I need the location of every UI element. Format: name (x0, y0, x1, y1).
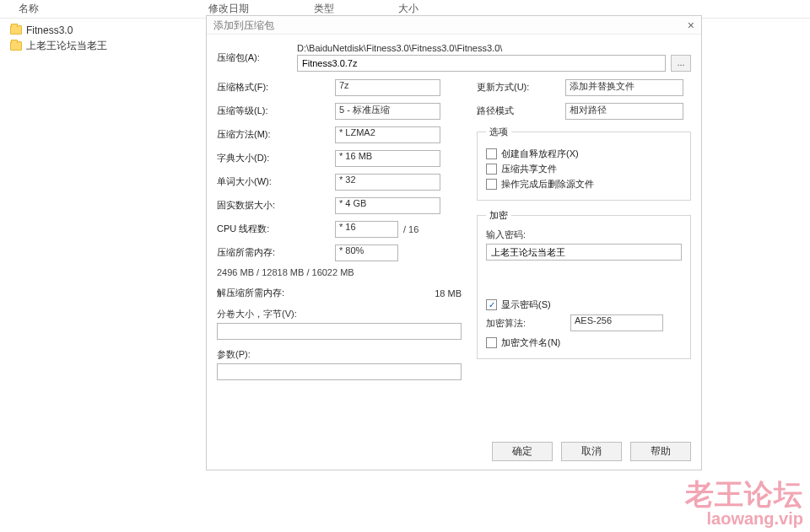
mem-pct-select[interactable]: * 80% (335, 245, 398, 261)
solid-label: 固实数据大小: (217, 199, 335, 212)
enc-method-select[interactable]: AES-256 (570, 314, 663, 331)
col-type[interactable]: 类型 (307, 2, 392, 16)
params-input[interactable] (217, 363, 462, 380)
threads-select[interactable]: * 16 (335, 221, 398, 238)
archive-name-input[interactable] (297, 55, 666, 72)
options-fieldset: 选项 创建自释放程序(X) 压缩共享文件 操作完成后删除源文件 (477, 126, 691, 201)
show-password-checkbox[interactable]: ✓ (486, 299, 497, 310)
delete-checkbox[interactable] (486, 179, 497, 190)
password-input[interactable] (486, 244, 682, 261)
update-label: 更新方式(U): (477, 81, 565, 94)
shared-checkbox[interactable] (486, 164, 497, 175)
solid-select[interactable]: * 4 GB (335, 197, 440, 214)
encrypt-names-label: 加密文件名(N) (501, 336, 560, 349)
tree-item-label: 上老王论坛当老王 (26, 39, 107, 53)
word-label: 单词大小(W): (217, 175, 335, 188)
archive-label: 压缩包(A): (217, 51, 297, 64)
browse-button[interactable]: ... (671, 55, 691, 72)
pathmode-select[interactable]: 相对路径 (565, 103, 683, 120)
archive-path-text: D:\BaiduNetdisk\Fitness3.0\Fitness3.0\Fi… (297, 43, 691, 53)
format-select[interactable]: 7z (335, 79, 440, 96)
threads-label: CPU 线程数: (217, 223, 335, 235)
level-select[interactable]: 5 - 标准压缩 (335, 103, 440, 120)
sfx-checkbox[interactable] (486, 148, 497, 159)
pathmode-label: 路径模式 (477, 105, 565, 117)
encryption-legend: 加密 (486, 209, 511, 222)
show-password-label: 显示密码(S) (501, 298, 551, 311)
mem-compress-label: 压缩所需内存: (217, 246, 335, 259)
options-legend: 选项 (486, 126, 511, 138)
col-name[interactable]: 名称 (12, 2, 202, 16)
dict-label: 字典大小(D): (217, 152, 335, 164)
ok-button[interactable]: 确定 (492, 442, 553, 461)
sfx-label: 创建自释放程序(X) (501, 148, 579, 160)
col-size[interactable]: 大小 (392, 2, 459, 16)
threads-total: / 16 (403, 224, 418, 234)
help-button[interactable]: 帮助 (630, 442, 691, 461)
dialog-titlebar: 添加到压缩包 × (207, 16, 701, 35)
word-select[interactable]: * 32 (335, 174, 440, 191)
password-label: 输入密码: (486, 228, 682, 241)
watermark: 老王论坛 laowang.vip (685, 476, 803, 529)
update-select[interactable]: 添加并替换文件 (565, 79, 683, 96)
params-label: 参数(P): (217, 348, 462, 361)
split-label: 分卷大小，字节(V): (217, 308, 462, 320)
folder-icon (10, 25, 22, 35)
method-label: 压缩方法(M): (217, 128, 335, 141)
delete-label: 操作完成后删除源文件 (501, 178, 594, 191)
encryption-fieldset: 加密 输入密码: ✓显示密码(S) 加密算法: AES-256 加密文件名(N) (477, 209, 691, 359)
mem-compress-value: 2496 MB / 12818 MB / 16022 MB (217, 267, 462, 277)
enc-method-label: 加密算法: (486, 317, 570, 330)
watermark-line2: laowang.vip (685, 509, 803, 529)
folder-tree: Fitness3.0 上老王论坛当老王 (10, 22, 107, 54)
encrypt-names-checkbox[interactable] (486, 337, 497, 348)
folder-icon (10, 41, 22, 51)
level-label: 压缩等级(L): (217, 105, 335, 117)
mem-decompress-label: 解压缩所需内存: (217, 287, 335, 299)
tree-item[interactable]: Fitness3.0 (10, 22, 107, 38)
cancel-button[interactable]: 取消 (561, 442, 622, 461)
watermark-line1: 老王论坛 (685, 476, 803, 514)
dict-select[interactable]: * 16 MB (335, 150, 440, 167)
format-label: 压缩格式(F): (217, 81, 335, 94)
close-icon[interactable]: × (688, 16, 694, 35)
split-size-input[interactable] (217, 323, 462, 340)
tree-item-label: Fitness3.0 (26, 24, 73, 36)
dialog-title-text: 添加到压缩包 (213, 16, 274, 35)
add-to-archive-dialog: 添加到压缩包 × 压缩包(A): D:\BaiduNetdisk\Fitness… (206, 15, 702, 470)
shared-label: 压缩共享文件 (501, 163, 557, 175)
method-select[interactable]: * LZMA2 (335, 126, 440, 143)
tree-item[interactable]: 上老王论坛当老王 (10, 38, 107, 54)
mem-decompress-value: 18 MB (335, 288, 462, 298)
col-modified[interactable]: 修改日期 (202, 2, 307, 16)
